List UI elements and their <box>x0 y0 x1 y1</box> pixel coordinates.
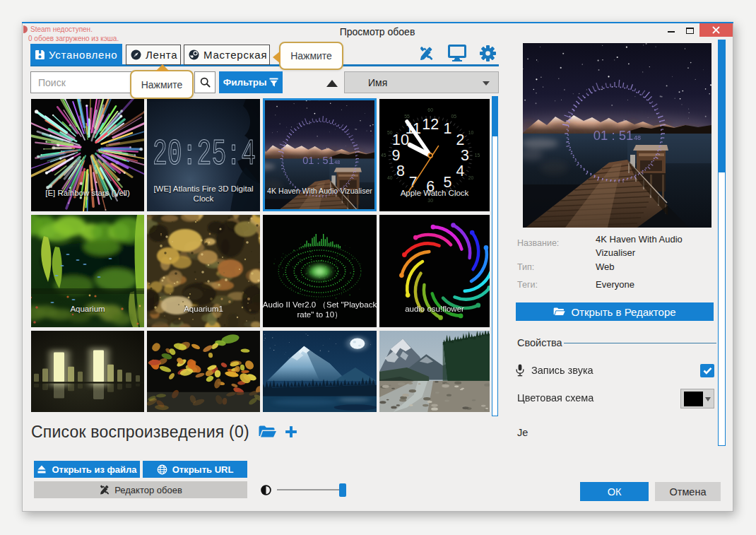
svg-text:10: 10 <box>468 130 474 135</box>
svg-text:40: 40 <box>387 175 393 180</box>
svg-text:12: 12 <box>422 115 439 133</box>
svg-text:55: 55 <box>404 114 410 119</box>
svg-text:8: 8 <box>396 162 405 180</box>
svg-text:1: 1 <box>444 119 452 137</box>
svg-text:9: 9 <box>391 146 400 164</box>
svg-text:45: 45 <box>381 153 386 158</box>
svg-text:4: 4 <box>456 162 464 180</box>
svg-text:50: 50 <box>387 130 393 135</box>
svg-text:30: 30 <box>427 198 433 203</box>
svg-text:20:25:4: 20:25:4 <box>153 134 256 175</box>
svg-text:20: 20 <box>468 175 474 180</box>
svg-text:05: 05 <box>451 114 457 119</box>
svg-text:60: 60 <box>427 107 433 112</box>
svg-text:15: 15 <box>475 153 480 158</box>
